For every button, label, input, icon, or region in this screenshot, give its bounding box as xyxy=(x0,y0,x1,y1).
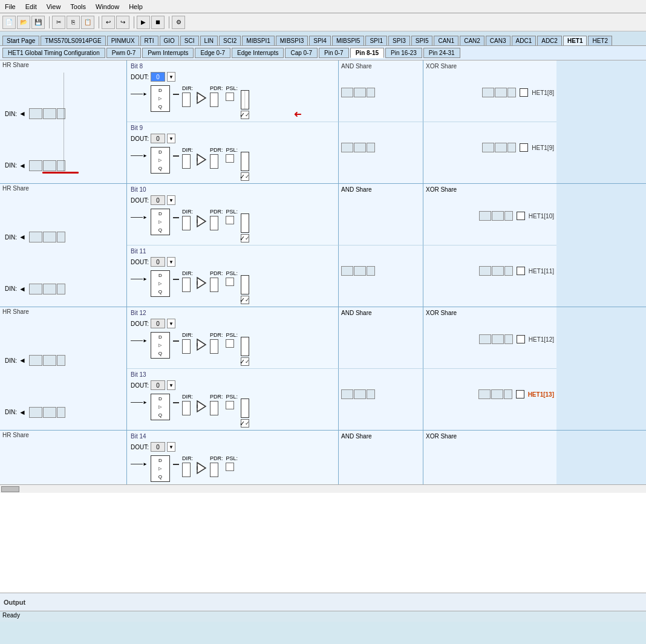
menu-window[interactable]: Window xyxy=(91,2,124,11)
tab-spi3[interactable]: SPI3 xyxy=(388,36,410,45)
mux-13c[interactable] xyxy=(57,407,65,418)
xor-mux-9c[interactable] xyxy=(507,143,516,152)
and-mux-8b[interactable] xyxy=(354,88,366,97)
bit11-psl-cb[interactable] xyxy=(226,278,234,286)
tab-pinmux[interactable]: PINMUX xyxy=(107,36,139,45)
xor-mux-8a[interactable] xyxy=(482,88,494,97)
bit11-dout-dropdown[interactable]: ▼ xyxy=(167,257,175,267)
undo-btn[interactable]: ↩ xyxy=(102,16,115,29)
tab-spi5[interactable]: SPI5 xyxy=(411,36,433,45)
xor-mux-10c[interactable] xyxy=(504,211,513,221)
and-mux-13c[interactable] xyxy=(367,389,375,399)
xor-mux-12b[interactable] xyxy=(492,334,504,344)
bit10-cb[interactable]: ✓ xyxy=(241,234,249,242)
tab-start-page[interactable]: Start Page xyxy=(2,36,39,45)
bit9-dir-comp[interactable] xyxy=(182,154,191,169)
and-mux-13b[interactable] xyxy=(354,389,366,399)
xor-mux-11a[interactable] xyxy=(479,266,491,276)
and-mux-13a[interactable] xyxy=(341,389,353,399)
xor-mux-8b[interactable] xyxy=(495,88,507,97)
tab-spi4[interactable]: SPI4 xyxy=(309,36,331,45)
mux-10a[interactable] xyxy=(29,232,42,242)
tab-tms570[interactable]: TMS570LS0914PGE xyxy=(41,36,105,45)
bit12-dir-comp[interactable] xyxy=(182,339,191,354)
xor-mux-9a[interactable] xyxy=(482,143,494,152)
bit11-dir-comp[interactable] xyxy=(182,278,191,292)
tab-can3[interactable]: CAN3 xyxy=(486,36,511,45)
mux-10b[interactable] xyxy=(43,232,56,242)
bit14-pdr-comp[interactable] xyxy=(210,463,218,477)
bit8-dout-dropdown[interactable]: ▼ xyxy=(167,72,175,82)
mux-11c[interactable] xyxy=(57,284,65,294)
xor-mux-13c[interactable] xyxy=(504,389,512,399)
subtab-pwm-int[interactable]: Pwm Interrupts xyxy=(142,48,194,58)
bit8-checkbox[interactable]: ✓ xyxy=(241,111,249,119)
bit9-checkbox[interactable]: ✓ xyxy=(241,172,249,181)
bit12-dout-value[interactable]: 0 xyxy=(151,319,165,328)
xor-mux-13b[interactable] xyxy=(491,389,503,399)
xor-mux-13a[interactable] xyxy=(478,389,491,399)
bit12-dout-dropdown[interactable]: ▼ xyxy=(167,319,175,328)
bit13-psl-cb[interactable] xyxy=(226,401,234,409)
bit10-pdr-comp[interactable] xyxy=(210,216,218,230)
bit13-cb[interactable]: ✓ xyxy=(241,419,249,428)
tab-rti[interactable]: RTI xyxy=(140,36,158,45)
subtab-pwm07[interactable]: Pwm 0-7 xyxy=(106,48,141,58)
xor-mux-12a[interactable] xyxy=(479,334,491,344)
bit10-dir-comp[interactable] xyxy=(182,216,191,230)
and-mux-8c[interactable] xyxy=(367,88,375,97)
menu-help[interactable]: Help xyxy=(124,2,148,11)
bit10-dout-dropdown[interactable]: ▼ xyxy=(167,195,175,205)
mux-13a[interactable] xyxy=(29,407,42,418)
redo-btn[interactable]: ↪ xyxy=(116,16,129,29)
xor-mux-12c[interactable] xyxy=(504,334,513,344)
paste-btn[interactable]: 📋 xyxy=(81,16,94,29)
bit11-dout-value[interactable]: 0 xyxy=(151,257,165,267)
bit14-dout-value[interactable]: 0 xyxy=(151,442,165,452)
tab-can2[interactable]: CAN2 xyxy=(460,36,484,45)
subtab-pin1623[interactable]: Pin 16-23 xyxy=(385,48,422,58)
subtab-pin815[interactable]: Pin 8-15 xyxy=(350,48,384,58)
bit11-pdr-comp[interactable] xyxy=(210,278,218,292)
menu-tools[interactable]: Tools xyxy=(65,2,91,11)
tab-adc2[interactable]: ADC2 xyxy=(537,36,562,45)
bit14-dout-dropdown[interactable]: ▼ xyxy=(167,442,175,452)
xor-mux-10b[interactable] xyxy=(492,211,504,221)
xor-mux-11c[interactable] xyxy=(504,266,513,276)
mux-11a[interactable] xyxy=(29,284,42,294)
h-scrollbar[interactable] xyxy=(0,484,646,493)
tab-mibspi5[interactable]: MIBSPI5 xyxy=(332,36,364,45)
and-mux-9c[interactable] xyxy=(367,143,375,152)
mux-12a[interactable] xyxy=(29,355,42,366)
bit14-dir-comp[interactable] xyxy=(182,463,191,477)
tab-spi1[interactable]: SPI1 xyxy=(365,36,387,45)
mux-box-8b[interactable] xyxy=(43,108,56,119)
tab-mibspi1[interactable]: MIBSPI1 xyxy=(242,36,274,45)
tab-sci2[interactable]: SCI2 xyxy=(219,36,241,45)
mux-box-9a[interactable] xyxy=(29,160,42,171)
bit13-dir-comp[interactable] xyxy=(182,401,191,415)
mux-box-9b[interactable] xyxy=(43,160,56,171)
subtab-cap07[interactable]: Cap 0-7 xyxy=(285,48,318,58)
bit9-dout-dropdown[interactable]: ▼ xyxy=(167,134,175,143)
bit12-cb[interactable]: ✓ xyxy=(241,357,249,366)
bit9-dout-value[interactable]: 0 xyxy=(151,134,165,143)
bit8-dout-value[interactable]: 0 xyxy=(151,72,165,82)
tab-gio[interactable]: GIO xyxy=(160,36,179,45)
bit13-pdr-comp[interactable] xyxy=(210,401,218,415)
tab-sci[interactable]: SCI xyxy=(180,36,199,45)
mux-10c[interactable] xyxy=(57,232,65,242)
xor-mux-11b[interactable] xyxy=(492,266,504,276)
save-btn[interactable]: 💾 xyxy=(31,16,45,29)
mux-11b[interactable] xyxy=(43,284,56,294)
bit8-pdr-comp[interactable] xyxy=(210,93,218,107)
mux-13b[interactable] xyxy=(43,407,56,418)
tab-het2[interactable]: HET2 xyxy=(588,36,612,45)
and-mux-8a[interactable] xyxy=(341,88,353,97)
bit9-pdr-comp[interactable] xyxy=(210,154,218,169)
and-mux-11c[interactable] xyxy=(367,266,375,276)
bit10-psl-cb[interactable] xyxy=(226,216,234,224)
subtab-global[interactable]: HET1 Global Timing Configuration xyxy=(2,48,105,58)
subtab-edge-int[interactable]: Edge Interrupts xyxy=(232,48,284,58)
tab-mibspi3[interactable]: MIBSPI3 xyxy=(276,36,308,45)
